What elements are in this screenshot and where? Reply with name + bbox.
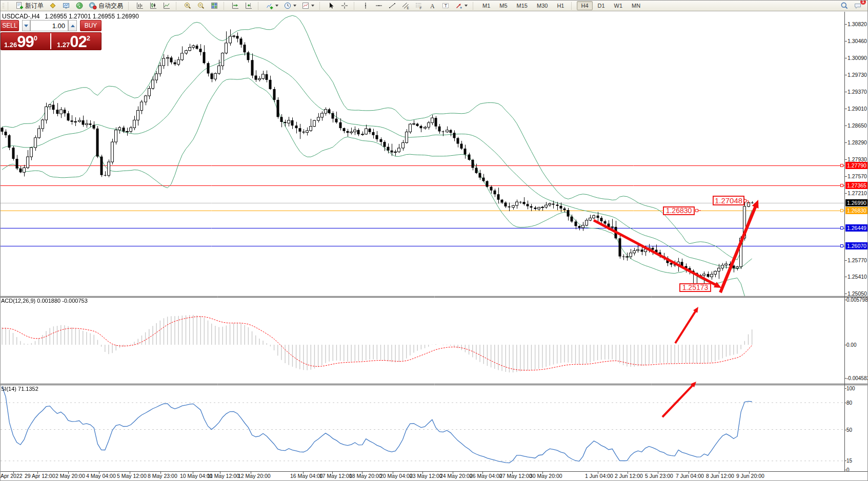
arrows-tool-button[interactable] <box>453 1 470 11</box>
buy-price-big: 02 <box>70 33 86 50</box>
toolbar-separator <box>354 2 357 10</box>
templates-button[interactable] <box>299 1 316 11</box>
autotrade-icon <box>89 2 97 10</box>
fibo-button[interactable]: F <box>413 1 425 11</box>
crosshair-icon <box>340 2 349 10</box>
buy-price-sup: 2 <box>87 34 90 42</box>
trendline-icon <box>388 2 396 10</box>
chat-button[interactable]: 1 <box>852 1 864 11</box>
notification-badge: 1 <box>860 0 866 5</box>
templates-icon <box>301 2 310 10</box>
volume-decrease-button[interactable] <box>22 20 30 31</box>
add-indicator-icon <box>266 2 274 10</box>
rsi-indicator-label: SI(14) 71.1352 <box>1 386 38 392</box>
trendline-button[interactable] <box>386 1 398 11</box>
hline-icon <box>375 2 383 10</box>
chart-window-button[interactable] <box>60 1 72 11</box>
periods-button[interactable] <box>281 1 298 11</box>
text-tool-button[interactable]: A <box>426 1 438 11</box>
line-chart-icon <box>163 2 171 10</box>
new-order-button[interactable]: 新订单 <box>13 1 46 11</box>
dropdown-caret-icon <box>293 5 296 7</box>
zoom-out-icon <box>197 2 205 10</box>
price-divider <box>50 33 51 49</box>
crosshair-button[interactable] <box>338 1 351 11</box>
market-watch-icon <box>49 2 57 10</box>
auto-scroll-button[interactable] <box>229 1 241 11</box>
toolbar-right: 1 <box>838 1 864 11</box>
toolbar-separator <box>258 2 261 10</box>
toolbar-separator <box>319 2 322 10</box>
sell-price-sup: 0 <box>34 34 37 42</box>
cursor-button[interactable] <box>325 1 337 11</box>
timeframe-d1-button[interactable]: D1 <box>594 1 609 10</box>
bars-chart-button[interactable] <box>134 1 146 11</box>
chart-shift-icon <box>245 2 253 10</box>
timeframe-m15-button[interactable]: M15 <box>513 1 532 10</box>
chart-window-icon <box>62 2 70 10</box>
autotrade-label: 自动交易 <box>98 2 123 10</box>
zoom-in-button[interactable] <box>181 1 194 11</box>
toolbar-separator <box>128 2 131 10</box>
arrows-tool-icon <box>455 2 463 10</box>
line-chart-button[interactable] <box>160 1 173 11</box>
toolbar-group-7: M1M5M15M30H1H4D1W1MN <box>478 1 645 11</box>
timeframe-m5-button[interactable]: M5 <box>495 1 511 10</box>
buy-price[interactable]: 1.27022 <box>52 32 102 50</box>
volume-input[interactable] <box>30 20 68 31</box>
sell-price-prefix: 1.26 <box>4 41 17 49</box>
cursor-icon <box>327 2 335 10</box>
timeframe-h1-button[interactable]: H1 <box>553 1 568 10</box>
market-watch-button[interactable] <box>47 1 59 11</box>
timeframe-mn-button[interactable]: MN <box>628 1 644 10</box>
channel-button[interactable]: E <box>399 1 412 11</box>
new-order-label: 新订单 <box>25 2 44 10</box>
search-button[interactable] <box>838 1 851 11</box>
svg-text:E: E <box>407 6 410 10</box>
chart-title: USDCAD-,H41.26955 1.27001 1.26955 1.2699… <box>2 13 139 20</box>
price-annotation-label[interactable]: 1.27048 <box>713 196 744 205</box>
zoom-out-button[interactable] <box>195 1 207 11</box>
toolbar-group-6: EFAT <box>359 1 470 11</box>
bars-chart-icon <box>136 2 144 10</box>
sell-button[interactable]: SELL <box>1 20 19 31</box>
candles-chart-button[interactable] <box>147 1 159 11</box>
autotrade-button[interactable]: 自动交易 <box>87 1 125 11</box>
hline-button[interactable] <box>373 1 385 11</box>
text-label-button[interactable]: T <box>439 1 452 11</box>
tile-windows-icon <box>210 2 218 10</box>
toolbar-group-0: 新订单自动交易 <box>13 1 126 11</box>
volume-increase-button[interactable] <box>68 20 77 31</box>
timeframe-m30-button[interactable]: M30 <box>533 1 552 10</box>
toolbar-separator <box>473 2 476 10</box>
price-annotation-label[interactable]: 1.26830 <box>663 206 695 215</box>
symbol-period-label: USDCAD-,H4 <box>2 13 39 20</box>
sell-price[interactable]: 1.26990 <box>1 32 50 50</box>
toolbar-separator <box>8 2 11 10</box>
toolbar-group-5 <box>325 1 351 11</box>
chevron-up-icon <box>71 25 75 27</box>
mt4-window: 新订单自动交易EFATM1M5M15M30H1H4D1W1MN1 USDCAD-… <box>0 0 868 481</box>
toolbar-group-3 <box>229 1 255 11</box>
timeframe-m1-button[interactable]: M1 <box>478 1 494 10</box>
chart-shift-button[interactable] <box>243 1 255 11</box>
signals-button[interactable] <box>73 1 86 11</box>
svg-text:F: F <box>420 6 422 10</box>
svg-text:T: T <box>445 3 447 8</box>
dropdown-caret-icon <box>465 5 468 7</box>
chart-canvas[interactable] <box>1 1 868 481</box>
price-annotation-label[interactable]: 1.25173 <box>679 283 711 292</box>
timeframe-h4-button[interactable]: H4 <box>577 1 592 10</box>
vline-button[interactable] <box>359 1 372 11</box>
channel-icon: E <box>401 2 410 10</box>
svg-text:A: A <box>430 3 435 10</box>
toolbar-separator <box>176 2 179 10</box>
timeframe-w1-button[interactable]: W1 <box>610 1 627 10</box>
text-tool-icon: A <box>428 2 436 10</box>
tile-windows-button[interactable] <box>208 1 220 11</box>
add-indicator-button[interactable] <box>264 1 280 11</box>
dropdown-caret-icon <box>311 5 314 7</box>
toolbar-grip[interactable] <box>2 1 5 11</box>
buy-button[interactable]: BUY <box>80 20 102 31</box>
chevron-down-icon <box>24 25 28 27</box>
